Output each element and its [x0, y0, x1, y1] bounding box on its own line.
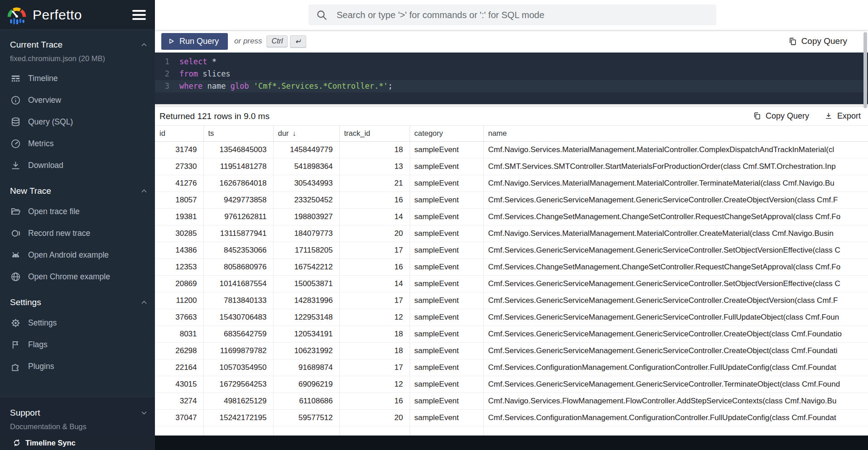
copy-query-button-results[interactable]: Copy Query [753, 111, 809, 121]
column-header-ts[interactable]: ts [203, 126, 273, 141]
cell-category[interactable]: sampleEvent [410, 359, 483, 376]
cell-track-id[interactable]: 16 [339, 259, 410, 275]
column-header-track-id[interactable]: track_id [339, 126, 410, 141]
cell-track-id[interactable]: 18 [339, 141, 410, 158]
cell-ts[interactable]: 16729564253 [203, 376, 273, 393]
table-row[interactable]: 27330 11951481278 541898364 13 sampleEve… [155, 158, 868, 175]
table-row[interactable]: 19381 9761262811 198803927 14 sampleEven… [155, 208, 868, 225]
cell-track-id[interactable]: 21 [339, 175, 410, 191]
cell-name[interactable]: Cmf.Services.ChangeSetManagement.ChangeS… [483, 259, 868, 275]
cell-id[interactable]: 22164 [155, 359, 203, 376]
cell-ts[interactable]: 4981625129 [203, 393, 273, 409]
cell-track-id[interactable]: 14 [339, 275, 410, 292]
cell-name[interactable]: Cmf.Services.GenericServiceManagement.Ge… [483, 191, 868, 208]
cell-track-id[interactable]: 13 [339, 158, 410, 175]
section-header-current-trace[interactable]: Current Trace [0, 35, 155, 54]
cell-name[interactable]: Cmf.Services.ConfigurationManagement.Con… [483, 409, 868, 426]
cell-track-id[interactable]: 16 [339, 393, 410, 409]
table-row[interactable]: 37663 15430706483 122953148 12 sampleEve… [155, 309, 868, 326]
cell-name[interactable]: Cmf.Navigo.Services.FlowManagement.FlowC… [483, 393, 868, 409]
cell-name[interactable]: Cmf.Services.GenericServiceManagement.Ge… [483, 326, 868, 342]
documentation-bugs-link[interactable]: Documentation & Bugs [0, 422, 155, 436]
table-row[interactable]: 43015 16729564253 69096219 12 sampleEven… [155, 376, 868, 393]
table-row[interactable]: 8031 6835642759 120534191 18 sampleEvent… [155, 326, 868, 342]
cell-ts[interactable]: 9761262811 [203, 208, 273, 225]
cell-category[interactable]: sampleEvent [410, 175, 483, 191]
cell-dur[interactable]: 184079773 [273, 225, 339, 242]
cell-id[interactable]: 20869 [155, 275, 203, 292]
cell-dur[interactable]: 150053871 [273, 275, 339, 292]
cell-ts[interactable]: 15242172195 [203, 409, 273, 426]
cell-category[interactable]: sampleEvent [410, 393, 483, 409]
cell-category[interactable]: sampleEvent [410, 275, 483, 292]
cell-name[interactable]: Cmf.Services.GenericServiceManagement.Ge… [483, 309, 868, 326]
cell-dur[interactable]: 61108686 [273, 393, 339, 409]
cell-category[interactable]: sampleEvent [410, 259, 483, 275]
cell-name[interactable] [483, 426, 868, 436]
cell-name[interactable]: Cmf.Navigo.Services.MaterialManagement.M… [483, 141, 868, 158]
cell-ts[interactable]: 6835642759 [203, 326, 273, 342]
cell-dur[interactable]: 171158205 [273, 242, 339, 259]
sidebar-item-plugins[interactable]: Plugins [0, 355, 155, 377]
cell-dur[interactable]: 106231992 [273, 342, 339, 359]
cell-name[interactable]: Cmf.Services.GenericServiceManagement.Ge… [483, 376, 868, 393]
column-header-category[interactable]: category [410, 126, 483, 141]
export-button[interactable]: Export [825, 111, 861, 121]
cell-ts[interactable] [203, 426, 273, 436]
cell-track-id[interactable]: 17 [339, 242, 410, 259]
scrollbar-thumb[interactable] [863, 32, 867, 108]
cell-dur[interactable]: 305434993 [273, 175, 339, 191]
cell-track-id[interactable]: 12 [339, 376, 410, 393]
cell-category[interactable]: sampleEvent [410, 409, 483, 426]
cell-dur[interactable] [273, 426, 339, 436]
sidebar-item-overview[interactable]: Overview [0, 89, 155, 111]
cell-id[interactable]: 27330 [155, 158, 203, 175]
cell-category[interactable]: sampleEvent [410, 242, 483, 259]
table-row[interactable]: 3274 4981625129 61108686 16 sampleEvent … [155, 393, 868, 409]
cell-id[interactable]: 41276 [155, 175, 203, 191]
cell-ts[interactable]: 13115877941 [203, 225, 273, 242]
cell-dur[interactable]: 122953148 [273, 309, 339, 326]
cell-name[interactable]: Cmf.Services.GenericServiceManagement.Ge… [483, 242, 868, 259]
copy-query-button-top[interactable]: Copy Query [788, 36, 847, 46]
cell-name[interactable]: Cmf.Services.ConfigurationManagement.Con… [483, 359, 868, 376]
table-row[interactable]: 41276 16267864018 305434993 21 sampleEve… [155, 175, 868, 191]
cell-track-id[interactable]: 14 [339, 208, 410, 225]
cell-track-id[interactable]: 17 [339, 292, 410, 309]
cell-id[interactable]: 37663 [155, 309, 203, 326]
sidebar-item-metrics[interactable]: Metrics [0, 133, 155, 154]
cell-id[interactable]: 19381 [155, 208, 203, 225]
menu-icon[interactable] [132, 10, 146, 20]
cell-ts[interactable]: 16267864018 [203, 175, 273, 191]
cell-name[interactable]: Cmf.Services.GenericServiceManagement.Ge… [483, 342, 868, 359]
cell-name[interactable]: Cmf.Navigo.Services.MaterialManagement.M… [483, 175, 868, 191]
cell-category[interactable]: sampleEvent [410, 376, 483, 393]
cell-track-id[interactable]: 16 [339, 191, 410, 208]
cell-name[interactable]: Cmf.Services.GenericServiceManagement.Ge… [483, 275, 868, 292]
search-input[interactable] [337, 10, 709, 20]
sidebar-item-open-trace-file[interactable]: Open trace file [0, 201, 155, 222]
cell-ts[interactable]: 10141687554 [203, 275, 273, 292]
cell-ts[interactable]: 13546845003 [203, 141, 273, 158]
cell-id[interactable]: 14386 [155, 242, 203, 259]
cell-ts[interactable]: 11699879782 [203, 342, 273, 359]
timeline-sync-button[interactable]: Timeline Sync [0, 436, 155, 450]
cell-track-id[interactable]: 12 [339, 309, 410, 326]
cell-category[interactable]: sampleEvent [410, 158, 483, 175]
cell-track-id[interactable]: 20 [339, 225, 410, 242]
cell-id[interactable]: 11200 [155, 292, 203, 309]
table-row[interactable]: 18057 9429773858 233250452 16 sampleEven… [155, 191, 868, 208]
cell-track-id[interactable]: 17 [339, 359, 410, 376]
table-row[interactable]: 14386 8452353066 171158205 17 sampleEven… [155, 242, 868, 259]
table-row[interactable]: 26298 11699879782 106231992 18 sampleEve… [155, 342, 868, 359]
cell-id[interactable]: 8031 [155, 326, 203, 342]
sidebar-item-settings[interactable]: Settings [0, 312, 155, 334]
cell-name[interactable]: Cmf.Navigo.Services.MaterialManagement.M… [483, 225, 868, 242]
cell-category[interactable]: sampleEvent [410, 342, 483, 359]
sidebar-item-open-android-example[interactable]: Open Android example [0, 244, 155, 266]
sidebar-item-flags[interactable]: Flags [0, 334, 155, 355]
sidebar-item-query-sql[interactable]: Query (SQL) [0, 111, 155, 133]
cell-id[interactable]: 18057 [155, 191, 203, 208]
cell-id[interactable]: 43015 [155, 376, 203, 393]
cell-track-id[interactable]: 20 [339, 409, 410, 426]
